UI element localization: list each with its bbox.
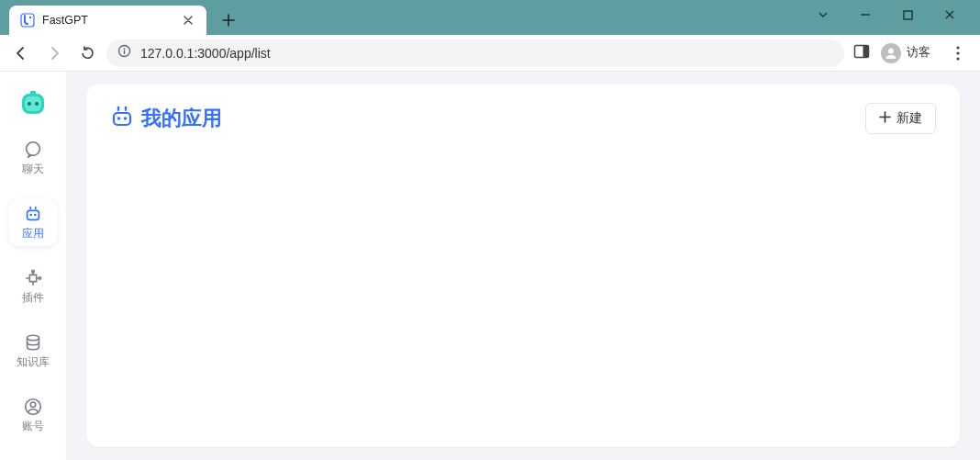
avatar-icon xyxy=(881,43,901,63)
svg-point-9 xyxy=(956,46,959,49)
reload-button[interactable] xyxy=(73,39,101,67)
toolbar-right: 访客 xyxy=(850,41,973,65)
svg-point-27 xyxy=(117,117,121,120)
svg-point-20 xyxy=(34,214,37,217)
svg-point-28 xyxy=(124,117,128,120)
svg-point-1 xyxy=(29,17,31,18)
app-logo[interactable] xyxy=(18,88,48,118)
sidebar-item-plugins[interactable]: 插件 xyxy=(9,263,57,310)
sidebar-item-label: 知识库 xyxy=(17,355,50,369)
plus-icon xyxy=(879,111,891,126)
sidebar-item-apps[interactable]: 应用 xyxy=(9,198,57,246)
svg-point-4 xyxy=(124,48,126,50)
profile-button[interactable]: 访客 xyxy=(879,41,938,65)
svg-point-25 xyxy=(30,402,36,408)
svg-rect-5 xyxy=(124,50,125,54)
svg-point-29 xyxy=(117,107,120,109)
svg-rect-2 xyxy=(904,11,912,19)
window-dropdown-icon[interactable] xyxy=(811,3,835,27)
create-button[interactable]: 新建 xyxy=(865,103,936,134)
svg-point-10 xyxy=(956,51,959,54)
sidebar-item-label: 插件 xyxy=(22,291,44,305)
window-controls xyxy=(811,0,967,35)
back-button[interactable] xyxy=(7,39,35,67)
svg-rect-13 xyxy=(25,96,41,111)
forward-button[interactable] xyxy=(40,39,68,67)
svg-point-17 xyxy=(27,142,40,156)
robot-icon xyxy=(110,105,134,132)
sidebar-item-knowledge[interactable]: 知识库 xyxy=(9,327,57,375)
sidebar-item-label: 账号 xyxy=(22,420,44,433)
window-close-icon[interactable] xyxy=(938,3,962,27)
svg-rect-7 xyxy=(863,45,869,57)
maximize-icon[interactable] xyxy=(896,3,919,27)
content-panel: 我的应用 新建 xyxy=(86,84,960,447)
main-content: 我的应用 新建 xyxy=(66,72,980,460)
browser-tab[interactable]: FastGPT xyxy=(9,6,206,35)
svg-rect-16 xyxy=(30,91,36,95)
sidebar: 聊天 应用 插件 知识库 账号 xyxy=(0,72,66,460)
svg-point-8 xyxy=(888,48,894,53)
svg-rect-18 xyxy=(28,210,39,219)
svg-point-19 xyxy=(29,214,32,217)
sidebar-item-chat[interactable]: 聊天 xyxy=(9,134,57,182)
sidebar-item-account[interactable]: 账号 xyxy=(9,391,57,439)
side-panel-icon[interactable] xyxy=(853,43,870,63)
app-content: 聊天 应用 插件 知识库 账号 我的应用 xyxy=(0,72,980,460)
svg-point-14 xyxy=(28,102,31,106)
sidebar-item-label: 应用 xyxy=(22,227,44,241)
svg-rect-26 xyxy=(114,113,130,125)
create-label: 新建 xyxy=(896,110,922,127)
close-icon[interactable] xyxy=(181,13,195,28)
minimize-icon[interactable] xyxy=(853,3,877,27)
tab-title: FastGPT xyxy=(42,14,173,27)
browser-toolbar: 访客 xyxy=(0,35,980,72)
tab-favicon xyxy=(20,13,35,28)
address-bar[interactable] xyxy=(106,39,844,67)
svg-point-15 xyxy=(35,102,39,106)
window-titlebar: FastGPT xyxy=(0,0,980,35)
svg-point-30 xyxy=(125,107,128,109)
sidebar-item-label: 聊天 xyxy=(22,163,44,176)
url-input[interactable] xyxy=(140,46,833,61)
profile-label: 访客 xyxy=(907,45,930,61)
page-title: 我的应用 xyxy=(141,105,222,132)
page-header: 我的应用 新建 xyxy=(110,103,936,134)
browser-menu-button[interactable] xyxy=(947,42,969,64)
svg-point-11 xyxy=(956,57,959,60)
site-info-icon[interactable] xyxy=(117,44,131,62)
svg-point-23 xyxy=(28,335,39,341)
tab-strip: FastGPT xyxy=(0,0,811,35)
page-title-wrap: 我的应用 xyxy=(110,105,222,132)
new-tab-button[interactable] xyxy=(216,7,241,33)
